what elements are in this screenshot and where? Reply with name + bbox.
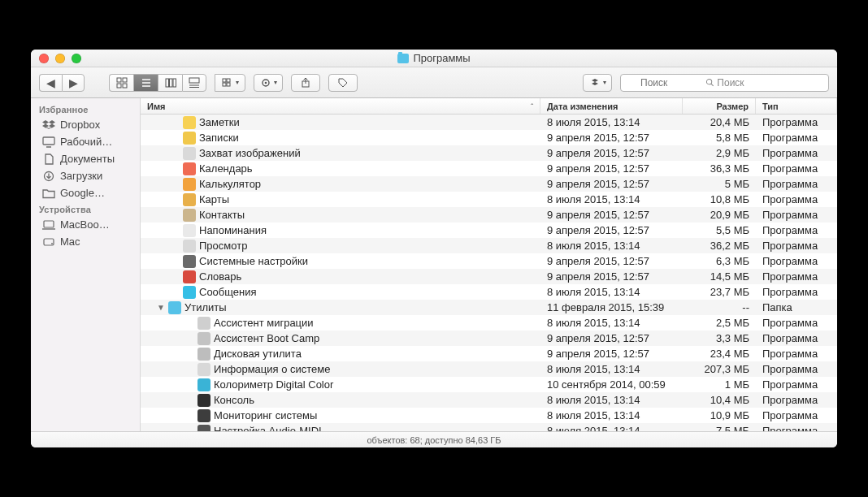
file-row[interactable]: Настройка Audio-MIDI8 июля 2015, 13:147,… — [141, 423, 837, 431]
sidebar-item[interactable]: MacBoo… — [31, 216, 140, 233]
file-size: 5,8 МБ — [683, 132, 756, 144]
minimize-button[interactable] — [55, 54, 65, 63]
zoom-button[interactable] — [72, 54, 81, 63]
body: ИзбранноеDropboxРабочий…ДокументыЗагрузк… — [31, 98, 837, 431]
file-icon — [183, 209, 196, 222]
file-size: 2,9 МБ — [683, 147, 756, 159]
sidebar-item[interactable]: Рабочий… — [31, 133, 140, 150]
file-row[interactable]: Калькулятор9 апреля 2015, 12:575 МБПрогр… — [141, 176, 837, 192]
downloads-icon — [42, 171, 55, 182]
file-name-cell: Напоминания — [141, 224, 540, 237]
arrange-group: ▾ — [215, 74, 245, 92]
file-kind: Программа — [756, 240, 837, 252]
file-row[interactable]: Системные настройки9 апреля 2015, 12:576… — [141, 253, 837, 269]
forward-button[interactable]: ▶ — [62, 74, 85, 92]
file-row[interactable]: Просмотр8 июля 2015, 13:1436,2 МБПрограм… — [141, 238, 837, 253]
file-size: 10,9 МБ — [683, 409, 756, 421]
sidebar-item-label: Рабочий… — [60, 136, 112, 148]
svg-rect-1 — [123, 78, 127, 82]
column-header-name[interactable]: Имя ˆ — [141, 98, 540, 114]
sidebar-item[interactable]: Загрузки — [31, 167, 140, 184]
file-row[interactable]: Консоль8 июля 2015, 13:1410,4 МБПрограмм… — [141, 392, 837, 408]
share-button[interactable] — [291, 74, 320, 92]
file-row[interactable]: Ассистент миграции8 июля 2015, 13:142,5 … — [141, 315, 837, 331]
file-row[interactable]: Записки9 апреля 2015, 12:575,8 МБПрограм… — [141, 130, 837, 145]
file-name: Заметки — [199, 116, 240, 128]
file-kind: Программа — [756, 132, 837, 144]
file-name: Ассистент Boot Camp — [214, 332, 319, 344]
file-kind: Программа — [756, 317, 837, 329]
sidebar-item[interactable]: Google… — [31, 184, 140, 201]
disclosure-triangle-icon[interactable]: ▼ — [157, 303, 165, 312]
grid-icon — [116, 77, 128, 89]
titlebar[interactable]: Программы — [31, 50, 837, 67]
file-list[interactable]: Заметки8 июля 2015, 13:1420,4 МБПрограмм… — [141, 115, 837, 431]
tags-button[interactable] — [328, 74, 358, 92]
view-coverflow-button[interactable] — [182, 74, 206, 92]
search-input[interactable] — [620, 74, 829, 92]
file-date: 8 июля 2015, 13:14 — [540, 240, 683, 252]
file-size: 1 МБ — [683, 378, 756, 391]
file-name-cell: Ассистент Boot Camp — [141, 332, 540, 345]
file-name: Напоминания — [199, 224, 267, 236]
view-list-button[interactable] — [133, 74, 158, 92]
file-row[interactable]: Колориметр Digital Color10 сентября 2014… — [141, 377, 837, 392]
file-row[interactable]: Дисковая утилита9 апреля 2015, 12:5723,4… — [141, 346, 837, 361]
file-size: 10,4 МБ — [683, 394, 756, 406]
file-kind: Программа — [756, 378, 837, 391]
view-columns-button[interactable] — [158, 74, 182, 92]
file-row[interactable]: Мониторинг системы8 июля 2015, 13:1410,9… — [141, 408, 837, 423]
sidebar-item[interactable]: Mac — [31, 233, 140, 250]
dropbox-toolbar-button[interactable]: ▾ — [583, 74, 612, 92]
file-date: 8 июля 2015, 13:14 — [540, 317, 683, 329]
action-menu-button[interactable]: ▾ — [254, 74, 283, 92]
file-kind: Программа — [756, 147, 837, 159]
dropbox-icon — [42, 119, 55, 131]
svg-rect-7 — [166, 79, 169, 87]
file-row[interactable]: Заметки8 июля 2015, 13:1420,4 МБПрограмм… — [141, 115, 837, 130]
column-header-kind[interactable]: Тип — [756, 98, 837, 114]
file-name-cell: ▼Утилиты — [141, 301, 540, 314]
file-row[interactable]: Напоминания9 апреля 2015, 12:575,5 МБПро… — [141, 223, 837, 238]
file-row[interactable]: Календарь9 апреля 2015, 12:5736,3 МБПрог… — [141, 161, 837, 176]
file-kind: Программа — [756, 425, 837, 431]
svg-rect-3 — [123, 84, 127, 88]
file-date: 8 июля 2015, 13:14 — [540, 425, 683, 431]
file-row[interactable]: Информация о системе8 июля 2015, 13:1420… — [141, 361, 837, 377]
file-size: 2,5 МБ — [683, 317, 756, 329]
file-row[interactable]: Контакты9 апреля 2015, 12:5720,9 МБПрогр… — [141, 207, 837, 223]
svg-point-30 — [51, 243, 53, 244]
file-row[interactable]: Ассистент Boot Camp9 апреля 2015, 12:573… — [141, 331, 837, 346]
folder-icon — [42, 188, 55, 199]
back-button[interactable]: ◀ — [39, 74, 62, 92]
gear-icon — [260, 77, 271, 89]
file-name: Утилиты — [184, 301, 227, 313]
file-name-cell: Словарь — [141, 270, 540, 283]
column-header-kind-label: Тип — [762, 102, 779, 111]
file-row[interactable]: ▼Утилиты11 февраля 2015, 15:39--Папка — [141, 300, 837, 315]
file-row[interactable]: Сообщения8 июля 2015, 13:1423,7 МБПрогра… — [141, 284, 837, 300]
file-name: Карты — [199, 193, 229, 205]
file-name: Календарь — [199, 162, 253, 175]
sidebar-item[interactable]: Документы — [31, 150, 140, 167]
file-icon — [183, 255, 196, 268]
column-header-date[interactable]: Дата изменения — [540, 98, 683, 114]
close-button[interactable] — [39, 54, 49, 63]
file-row[interactable]: Словарь9 апреля 2015, 12:5714,5 МБПрогра… — [141, 269, 837, 284]
sidebar-item-label: Загрузки — [60, 170, 102, 182]
arrange-button[interactable]: ▾ — [215, 74, 245, 92]
file-icon — [197, 348, 210, 361]
file-icon — [197, 317, 210, 330]
file-name-cell: Карты — [141, 193, 540, 206]
column-header-size[interactable]: Размер — [683, 98, 756, 114]
file-row[interactable]: Карты8 июля 2015, 13:1410,8 МБПрограмма — [141, 192, 837, 207]
file-icon — [183, 147, 196, 160]
file-icon — [197, 378, 210, 391]
coverflow-icon — [189, 77, 200, 89]
file-name: Мониторинг системы — [214, 409, 317, 421]
search-field-wrap: Поиск — [620, 74, 829, 92]
file-row[interactable]: Захват изображений9 апреля 2015, 12:572,… — [141, 145, 837, 161]
file-size: -- — [683, 301, 756, 313]
view-icons-button[interactable] — [109, 74, 133, 92]
sidebar-item[interactable]: Dropbox — [31, 116, 140, 133]
